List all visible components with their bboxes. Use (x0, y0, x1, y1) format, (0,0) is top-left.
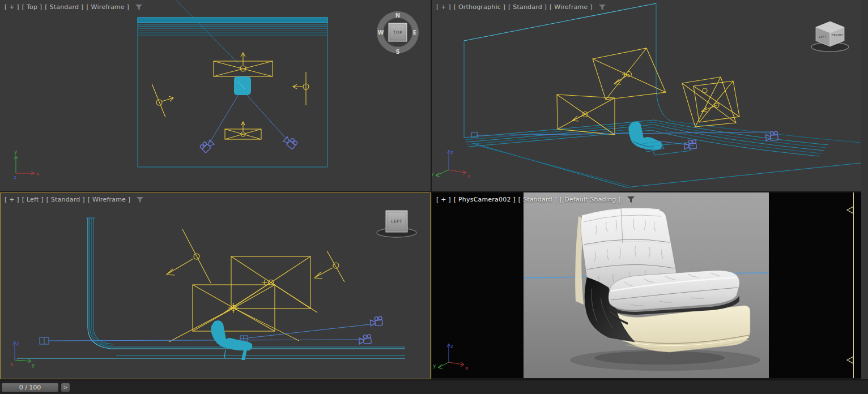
top-viewport-scene: y z x (0, 0, 431, 191)
viewport-menu-pov[interactable]: [ PhysCamera002 ] (454, 196, 516, 203)
viewport-layout: y z x [ + ] [ Top ] [ Standard ] [ Wiref… (0, 0, 868, 394)
world-axis-tripod: z y x (433, 343, 469, 371)
physical-camera-gizmo[interactable] (370, 316, 383, 327)
viewport-label: [ + ] [ Left ] [ Standard ] [ Wireframe … (5, 196, 144, 203)
svg-text:y: y (14, 149, 18, 155)
viewcube-left-face[interactable]: LEFT (819, 35, 827, 38)
light-gizmo-right[interactable] (293, 72, 309, 105)
frame-counter: 0 / 100 (19, 384, 41, 391)
viewport-orthographic[interactable]: z y x [ + ] [ Orthographic ] [ Standard … (432, 0, 861, 191)
svg-text:x: x (10, 361, 14, 367)
chair-object[interactable] (628, 122, 691, 155)
cyc-backdrop[interactable] (17, 218, 405, 358)
viewcube-front-face[interactable]: FRONT (832, 33, 844, 37)
area-light-gizmo[interactable] (169, 285, 299, 342)
world-axis-tripod: z y x (10, 341, 35, 368)
viewcube[interactable]: N E S W TOP (375, 10, 420, 57)
svg-text:z: z (450, 343, 453, 349)
svg-text:x: x (36, 171, 40, 177)
viewport-label: [ + ] [ PhysCamera002 ] [ Standard ] [ D… (436, 196, 635, 203)
viewport-menu-pov[interactable]: [ Orthographic ] (454, 3, 505, 11)
viewcube-top-face[interactable]: TOP (393, 30, 403, 35)
physical-camera-gizmo[interactable] (359, 335, 371, 344)
compass-west[interactable]: W (377, 29, 384, 36)
svg-text:x: x (467, 173, 471, 179)
viewport-menu-pov[interactable]: [ Left ] (22, 196, 44, 203)
svg-text:z: z (450, 149, 453, 155)
compass-east[interactable]: E (413, 29, 417, 36)
orthographic-viewport-scene: z y x (432, 0, 861, 191)
cyc-backdrop[interactable] (138, 18, 327, 167)
physical-camera-gizmo[interactable] (199, 138, 214, 153)
light-gizmo-right[interactable] (314, 251, 344, 282)
viewport-menu-renderer[interactable]: [ Standard ] (45, 3, 83, 11)
next-frame-arrow: > (63, 384, 67, 391)
light-target-line (176, 0, 239, 63)
svg-text:y: y (32, 362, 35, 368)
light-gizmo-left[interactable] (152, 84, 173, 117)
compass-south[interactable]: S (395, 49, 399, 55)
compass-north[interactable]: N (395, 12, 400, 19)
viewcube-left-face[interactable]: LEFT (391, 219, 402, 224)
time-slider-thumb[interactable]: 0 / 100 (1, 383, 59, 392)
svg-text:x: x (465, 365, 469, 371)
viewport-filter-icon[interactable] (598, 4, 606, 11)
viewport-menu-renderer[interactable]: [ Standard ] (508, 3, 547, 11)
viewport-menu-renderer[interactable]: [ Standard ] (46, 196, 85, 203)
area-light-gizmo[interactable] (593, 48, 666, 100)
svg-text:z: z (16, 341, 19, 346)
viewport-menu-pov[interactable]: [ Top ] (22, 3, 42, 11)
light-gizmo-left[interactable] (167, 229, 211, 283)
svg-text:y: y (433, 363, 436, 369)
viewcube[interactable]: LEFT (374, 207, 419, 242)
area-light-gizmo[interactable] (682, 77, 739, 127)
camera-target-line (471, 132, 771, 145)
camera-frame-markers (846, 192, 855, 378)
next-frame-button[interactable]: > (61, 383, 70, 392)
viewport-menu-renderer[interactable]: [ Standard ] (518, 196, 557, 203)
viewport-left[interactable]: z y x [ + ] [ Left ] [ Standard ] [ Wire… (0, 192, 431, 379)
viewport-menu-shading[interactable]: [ Wireframe ] (86, 3, 129, 11)
viewport-menu-shading[interactable]: [ Default Shading ] (560, 196, 621, 203)
viewport-menu-general[interactable]: [ + ] (436, 3, 451, 11)
viewport-menu-general[interactable]: [ + ] (436, 196, 451, 203)
viewport-filter-icon[interactable] (136, 196, 144, 203)
window-edge-strip (861, 0, 868, 379)
viewport-camera[interactable]: z y x [ + ] [ PhysCamera002 ] [ Standard… (432, 192, 861, 378)
left-viewport-scene: z y x (0, 192, 431, 379)
cyc-backdrop[interactable] (464, 3, 861, 187)
viewport-menu-general[interactable]: [ + ] (5, 196, 19, 203)
world-axis-tripod: z y x (432, 149, 471, 179)
area-light-gizmo[interactable] (214, 53, 273, 76)
svg-text:z: z (14, 174, 16, 180)
viewport-label: [ + ] [ Top ] [ Standard ] [ Wireframe ] (5, 3, 143, 11)
time-slider-bar: 0 / 100 > (0, 379, 868, 394)
viewport-label: [ + ] [ Orthographic ] [ Standard ] [ Wi… (436, 3, 606, 11)
area-light-gizmo-small[interactable] (225, 122, 261, 139)
chair-object[interactable] (234, 76, 251, 95)
svg-text:y: y (432, 171, 434, 177)
viewport-filter-icon[interactable] (627, 196, 635, 203)
viewcube[interactable]: LEFT FRONT (807, 17, 853, 55)
camera-viewport-overlay: z y x (432, 192, 861, 378)
viewport-menu-shading[interactable]: [ Wireframe ] (550, 3, 593, 11)
viewport-menu-shading[interactable]: [ Wireframe ] (88, 196, 131, 203)
physical-camera-gizmo[interactable] (283, 135, 298, 149)
viewport-top[interactable]: y z x [ + ] [ Top ] [ Standard ] [ Wiref… (0, 0, 431, 191)
world-axis-tripod: y z x (14, 149, 40, 180)
viewport-filter-icon[interactable] (135, 4, 143, 11)
viewport-menu-general[interactable]: [ + ] (5, 3, 19, 11)
